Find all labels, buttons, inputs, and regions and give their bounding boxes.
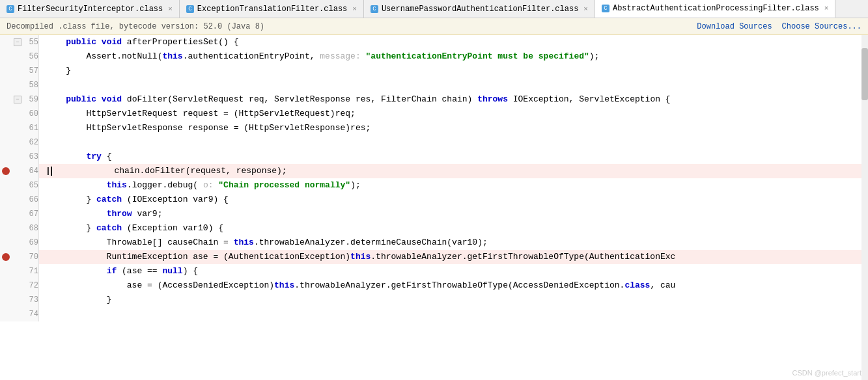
code-line: 72 ase = (AccessDeniedException)this.thr…	[0, 278, 868, 293]
code-span: Assert.notNull(this.authenticationEntryP…	[46, 49, 599, 64]
tab-icon-2: C	[186, 5, 194, 13]
code-line: 69 Throwable[] causeChain = this.throwab…	[0, 236, 868, 250]
tab-label-3: UsernamePasswordAuthenticationFilter.cla…	[382, 5, 578, 14]
fold-button[interactable]: −	[14, 38, 21, 46]
line-gutter: 61	[0, 121, 39, 135]
code-line: 63 try {	[0, 150, 868, 164]
code-text: public void doFilter(ServletRequest req,…	[39, 92, 868, 107]
line-gutter: −55	[0, 35, 39, 49]
line-gutter: 56	[0, 49, 39, 64]
code-line: 68 } catch (Exception var10) {	[0, 221, 868, 236]
code-span: public void afterPropertiesSet() {	[46, 35, 239, 49]
code-text: public void afterPropertiesSet() {	[39, 35, 868, 49]
code-text: Throwable[] causeChain = this.throwableA…	[39, 236, 868, 250]
code-span: if (ase == null) {	[46, 264, 198, 278]
code-text	[39, 307, 868, 321]
choose-sources-link[interactable]: Choose Sources...	[782, 22, 861, 31]
code-line: 64 chain.doFilter(request, response);	[0, 164, 868, 178]
code-span: } catch (Exception var10) {	[46, 221, 223, 236]
line-gutter: 57	[0, 64, 39, 78]
code-line: 57 }	[0, 64, 868, 78]
tab-label-1: FilterSecurityInterceptor.class	[18, 5, 163, 14]
code-span: HttpServletRequest request = (HttpServle…	[46, 107, 356, 121]
fold-button[interactable]: −	[14, 96, 21, 103]
line-gutter: 67	[0, 207, 39, 221]
code-line: 71 if (ase == null) {	[0, 264, 868, 278]
code-text: } catch (Exception var10) {	[39, 221, 868, 236]
code-text: if (ase == null) {	[39, 264, 868, 278]
line-gutter: 74	[0, 307, 39, 321]
code-span: public void doFilter(ServletRequest req,…	[46, 92, 671, 107]
tab-icon-1: C	[7, 5, 14, 13]
download-sources-link[interactable]: Download Sources	[697, 22, 772, 31]
code-span: Throwable[] causeChain = this.throwableA…	[46, 236, 488, 250]
tab-bar: C FilterSecurityInterceptor.class × C Ex…	[0, 0, 868, 18]
code-span: }	[46, 293, 111, 307]
tab-username-password[interactable]: C UsernamePasswordAuthenticationFilter.c…	[364, 0, 595, 18]
code-line: 60 HttpServletRequest request = (HttpSer…	[0, 107, 868, 121]
line-gutter: 66	[0, 193, 39, 207]
line-gutter: 68	[0, 221, 39, 236]
breakpoint-area[interactable]	[0, 253, 12, 261]
watermark: CSDN @prefect_start	[792, 369, 861, 377]
tab-icon-3: C	[371, 5, 378, 13]
code-text: chain.doFilter(request, response);	[39, 164, 868, 178]
fold-area[interactable]: −	[12, 96, 23, 103]
code-editor: −55 public void afterPropertiesSet() {56…	[0, 35, 868, 380]
code-line: 62	[0, 135, 868, 150]
code-line: 66 } catch (IOException var9) {	[0, 193, 868, 207]
line-gutter: 63	[0, 150, 39, 164]
breakpoint-dot	[2, 253, 10, 261]
line-gutter: 64	[0, 164, 39, 178]
line-gutter: 58	[0, 78, 39, 92]
code-text	[39, 135, 868, 150]
line-gutter: 73	[0, 293, 39, 307]
code-line: 56 Assert.notNull(this.authenticationEnt…	[0, 49, 868, 64]
tab-close-4[interactable]: ×	[824, 5, 829, 12]
line-gutter: 72	[0, 278, 39, 293]
tab-filter-security[interactable]: C FilterSecurityInterceptor.class ×	[0, 0, 180, 18]
code-span: HttpServletResponse response = (HttpServ…	[46, 121, 371, 135]
code-span: ase = (AccessDeniedException)this.throwa…	[46, 278, 675, 293]
tab-close-2[interactable]: ×	[352, 5, 357, 13]
line-gutter: 69	[0, 236, 39, 250]
tab-close-3[interactable]: ×	[583, 5, 588, 13]
tab-exception-translation[interactable]: C ExceptionTranslationFilter.class ×	[180, 0, 364, 18]
code-line: 73 }	[0, 293, 868, 307]
line-gutter: 65	[0, 178, 39, 193]
breakpoint-area[interactable]	[0, 167, 12, 175]
decompiled-info: Decompiled .class file, bytecode version…	[7, 22, 264, 31]
code-span: }	[46, 64, 71, 78]
fold-area[interactable]: −	[12, 38, 23, 46]
code-line: 74	[0, 307, 868, 321]
code-span: RuntimeException ase = (AuthenticationEx…	[46, 250, 675, 264]
scrollbar[interactable]	[861, 35, 868, 380]
code-span: chain.doFilter(request, response);	[53, 164, 287, 178]
code-text: } catch (IOException var9) {	[39, 193, 868, 207]
tab-abstract-auth[interactable]: C AbstractAuthenticationProcessingFilter…	[595, 0, 835, 18]
line-gutter: 60	[0, 107, 39, 121]
scrollbar-thumb[interactable]	[861, 48, 868, 100]
code-text: Assert.notNull(this.authenticationEntryP…	[39, 49, 868, 64]
tab-label-4: AbstractAuthenticationProcessingFilter.c…	[613, 4, 819, 13]
code-span: try {	[46, 150, 111, 164]
code-text: throw var9;	[39, 207, 868, 221]
code-line: 61 HttpServletResponse response = (HttpS…	[0, 121, 868, 135]
code-text: HttpServletRequest request = (HttpServle…	[39, 107, 868, 121]
code-text: try {	[39, 150, 868, 164]
code-line: −55 public void afterPropertiesSet() {	[0, 35, 868, 49]
code-span: throw var9;	[46, 207, 162, 221]
code-line: 58	[0, 78, 868, 92]
code-text: RuntimeException ase = (AuthenticationEx…	[39, 250, 868, 264]
code-line: −59 public void doFilter(ServletRequest …	[0, 92, 868, 107]
code-text	[39, 78, 868, 92]
code-line: 70 RuntimeException ase = (Authenticatio…	[0, 250, 868, 264]
tab-close-1[interactable]: ×	[168, 5, 173, 13]
code-text: }	[39, 64, 868, 78]
tab-label-2: ExceptionTranslationFilter.class	[197, 5, 347, 14]
code-text: }	[39, 293, 868, 307]
code-text: HttpServletResponse response = (HttpServ…	[39, 121, 868, 135]
code-text: this.logger.debug( o: "Chain processed n…	[39, 178, 868, 193]
line-gutter: −59	[0, 92, 39, 107]
line-gutter: 62	[0, 135, 39, 150]
